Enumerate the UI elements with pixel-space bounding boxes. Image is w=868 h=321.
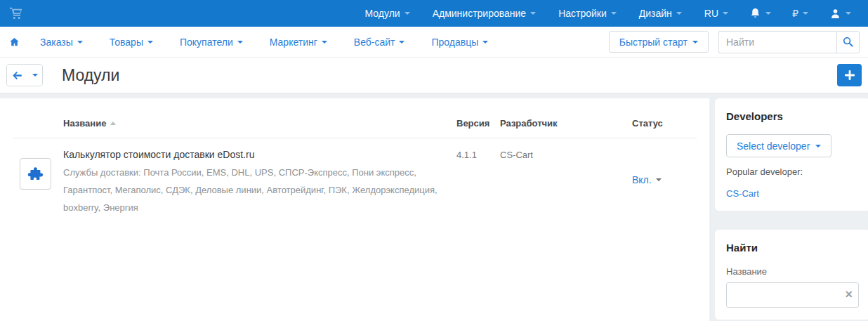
select-developer-button[interactable]: Select developer [726, 134, 831, 157]
chevron-down-icon [692, 41, 698, 44]
nav-items: Заказы Товары Покупатели Маркетинг Веб-с… [40, 37, 488, 48]
topbar-menu-label: Администрирование [433, 8, 527, 19]
back-button-group [6, 64, 43, 86]
nav-item-marketing[interactable]: Маркетинг [270, 37, 327, 48]
chevron-down-icon [237, 41, 243, 44]
content-layout: Название Версия Разработчик Статус Кальк… [0, 98, 868, 321]
addon-developer: CS-Cart [500, 145, 632, 216]
chevron-down-icon [405, 12, 410, 15]
addon-icon-cell [13, 145, 63, 216]
nav-item-label: Веб-сайт [354, 37, 395, 48]
nav-right-group: Быстрый старт [609, 31, 860, 53]
topbar-menu-settings[interactable]: Настройки [558, 8, 617, 19]
language-selector[interactable]: RU [704, 8, 728, 19]
global-search [718, 31, 860, 53]
cart-icon [8, 6, 24, 20]
nav-item-label: Продавцы [431, 37, 478, 48]
search-input[interactable] [718, 31, 836, 53]
plus-icon [845, 70, 855, 80]
nav-item-orders[interactable]: Заказы [40, 37, 83, 48]
page-title: Модули [62, 66, 119, 85]
developers-card: Developers Select developer Popular deve… [715, 98, 868, 211]
addon-name-link[interactable]: Калькулятор стоимости доставки eDost.ru [63, 149, 456, 160]
nav-item-customers[interactable]: Покупатели [180, 37, 243, 48]
nav-item-vendors[interactable]: Продавцы [431, 37, 488, 48]
addon-icon-box [20, 158, 51, 190]
home-icon [8, 37, 20, 48]
chevron-down-icon [765, 12, 771, 15]
topbar-menu: Модули Администрирование Настройки Дизай… [364, 8, 728, 19]
addon-name-cell: Калькулятор стоимости доставки eDost.ru … [63, 145, 456, 216]
column-header-version: Версия [456, 118, 500, 129]
chevron-down-icon [815, 145, 821, 148]
topbar-menu-label: Модули [364, 8, 400, 19]
chevron-down-icon [676, 12, 682, 15]
arrow-left-icon [12, 71, 22, 80]
name-field-label: Название [726, 266, 859, 277]
topbar-menu-label: Дизайн [639, 8, 672, 19]
chevron-down-icon [723, 12, 728, 15]
search-icon [842, 36, 854, 48]
quick-start-button[interactable]: Быстрый старт [609, 31, 709, 53]
topbar-icon-group: ₽ [749, 7, 851, 20]
user-icon [829, 8, 841, 20]
back-button[interactable] [7, 65, 27, 86]
search-filter-card: Найти Название × [715, 230, 868, 320]
column-header-status: Статус [632, 118, 697, 129]
status-dropdown[interactable]: Вкл. [632, 174, 662, 185]
status-label: Вкл. [632, 174, 652, 185]
top-admin-bar: Модули Администрирование Настройки Дизай… [0, 0, 868, 27]
nav-item-products[interactable]: Товары [110, 37, 153, 48]
table-header: Название Версия Разработчик Статус [13, 98, 697, 138]
addon-status-cell: Вкл. [632, 145, 697, 216]
chevron-down-icon [482, 41, 488, 44]
chevron-down-icon [322, 41, 327, 44]
table-row: Калькулятор стоимости доставки eDost.ru … [13, 138, 697, 230]
bell-icon [749, 7, 761, 20]
storefront-cart-button[interactable] [8, 6, 24, 20]
page-header: Модули [0, 58, 868, 93]
select-developer-label: Select developer [737, 140, 810, 152]
ruble-icon: ₽ [792, 8, 798, 19]
chevron-down-icon [846, 12, 851, 15]
topbar-menu-administration[interactable]: Администрирование [433, 8, 537, 19]
sidebar: Developers Select developer Popular deve… [715, 98, 868, 320]
chevron-down-icon [32, 74, 38, 77]
topbar-menu-modules[interactable]: Модули [364, 8, 409, 19]
sort-ascending-icon [110, 122, 116, 125]
back-history-dropdown[interactable] [27, 65, 42, 86]
notifications-menu[interactable] [749, 7, 771, 20]
chevron-down-icon [77, 41, 83, 44]
search-button[interactable] [836, 31, 860, 53]
account-menu[interactable] [829, 8, 851, 20]
main-nav-bar: Заказы Товары Покупатели Маркетинг Веб-с… [0, 27, 868, 58]
clear-input-icon[interactable]: × [845, 288, 853, 301]
developers-card-title: Developers [726, 110, 859, 122]
column-label: Название [63, 118, 106, 129]
nav-item-label: Товары [110, 37, 143, 48]
column-header-developer: Разработчик [500, 118, 632, 129]
popular-developer-label: Popular developer: [726, 166, 859, 177]
quick-start-label: Быстрый старт [619, 37, 688, 48]
home-button[interactable] [8, 37, 20, 48]
name-filter-wrap: × [726, 282, 859, 308]
column-header-name[interactable]: Название [63, 118, 456, 129]
add-module-button[interactable] [837, 64, 862, 86]
nav-item-label: Маркетинг [270, 37, 317, 48]
chevron-down-icon [147, 41, 153, 44]
language-label: RU [704, 8, 718, 19]
currency-selector[interactable]: ₽ [792, 8, 808, 19]
chevron-down-icon [611, 12, 617, 15]
topbar-menu-label: Настройки [558, 8, 607, 19]
nav-item-label: Покупатели [180, 37, 233, 48]
nav-item-website[interactable]: Веб-сайт [354, 37, 405, 48]
name-filter-input[interactable] [726, 282, 859, 308]
chevron-down-icon [399, 41, 405, 44]
puzzle-icon [27, 166, 44, 183]
modules-panel: Название Версия Разработчик Статус Кальк… [0, 98, 709, 321]
chevron-down-icon [530, 12, 536, 15]
chevron-down-icon [803, 12, 808, 15]
developer-link-cs-cart[interactable]: CS-Cart [726, 188, 759, 199]
topbar-menu-design[interactable]: Дизайн [639, 8, 682, 19]
chevron-down-icon [656, 178, 662, 181]
